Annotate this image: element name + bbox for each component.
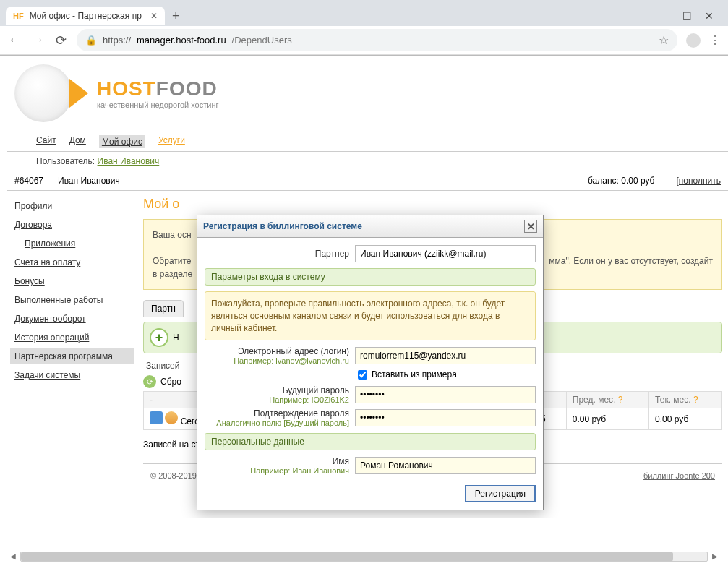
url-host: manager.host-food.ru	[137, 35, 226, 46]
reset-label[interactable]: Сбро	[160, 377, 181, 387]
add-label: Н	[173, 333, 179, 343]
th-prev[interactable]: Пред. мес. ?	[566, 392, 648, 408]
maximize-icon[interactable]: ☐	[682, 10, 692, 22]
account-id: #64067	[14, 176, 58, 186]
scrollbar-thumb[interactable]	[21, 552, 673, 561]
url-input[interactable]: 🔒 https://manager.host-food.ru/DependUse…	[77, 29, 677, 51]
url-scheme: https://	[103, 35, 131, 46]
back-button[interactable]: ←	[7, 33, 22, 48]
sidebar-item-tasks[interactable]: Задачи системы	[10, 367, 134, 383]
submit-button[interactable]: Регистрация	[465, 485, 536, 502]
sidebar-item-docs[interactable]: Документооборот	[10, 311, 134, 327]
horizontal-scrollbar[interactable]: ◀ ▶	[20, 552, 708, 562]
email-label: Электронный адрес (логин)	[238, 346, 349, 356]
email-hint: Например: ivanov@ivanovich.ru	[205, 356, 349, 365]
logo-arrow-icon	[69, 79, 88, 108]
url-path: /DependUsers	[232, 35, 292, 46]
name-hint: Например: Иван Иванович	[205, 466, 349, 475]
insert-example-label: Вставить из примера	[372, 369, 457, 380]
sidebar-item-partner[interactable]: Партнерская программа	[10, 348, 134, 364]
sidebar-item-profiles[interactable]: Профили	[10, 198, 134, 214]
top-nav: Сайт Дом Мой офис Услуги	[7, 135, 728, 152]
topup-link[interactable]: [пополнить	[677, 176, 721, 186]
reset-icon[interactable]: ⟳	[143, 375, 156, 388]
page-header: HOSTFOOD качественный недорогой хостинг	[7, 64, 728, 122]
balance-label: баланс: 0.00 руб	[588, 176, 654, 186]
sidebar-item-invoices[interactable]: Счета на оплату	[10, 254, 134, 270]
info-tail: мма". Если он у вас отсутствует, создайт	[549, 254, 713, 267]
modal-close-button[interactable]: ✕	[524, 220, 537, 233]
forward-button[interactable]: →	[30, 33, 45, 48]
sidebar-item-history[interactable]: История операций	[10, 330, 134, 346]
password2-input[interactable]	[355, 409, 536, 426]
favicon: HF	[13, 12, 24, 20]
user-line: Пользователь: Иван Иванович	[7, 152, 728, 171]
tab-close-icon[interactable]: ✕	[150, 11, 158, 21]
password-label: Будущий пароль	[283, 385, 349, 395]
user-name-link[interactable]: Иван Иванович	[98, 156, 160, 166]
section-personal: Персональные данные	[205, 433, 536, 450]
close-window-icon[interactable]: ✕	[705, 10, 714, 22]
balance-row: #64067 Иван Иванович баланс: 0.00 руб [п…	[7, 171, 728, 191]
row-user-icon	[165, 411, 178, 424]
brand-name: HOSTFOOD	[97, 77, 219, 100]
brand-tagline: качественный недорогой хостинг	[97, 100, 219, 109]
scroll-right-icon[interactable]: ▶	[710, 552, 720, 561]
password-hint: Например: IO0Zi61K2	[205, 395, 349, 404]
nav-office[interactable]: Мой офис	[99, 135, 145, 148]
email-warning: Пожалуйста, проверьте правильность элект…	[205, 291, 536, 340]
sidebar-item-bonuses[interactable]: Бонусы	[10, 273, 134, 289]
name-input[interactable]	[355, 457, 536, 474]
tab-title: Мой офис - Партнерская пр	[30, 11, 142, 21]
page-content: HOSTFOOD качественный недорогой хостинг …	[0, 56, 728, 518]
insert-example-checkbox[interactable]	[358, 370, 367, 380]
star-icon[interactable]: ☆	[659, 33, 669, 47]
name-label: Имя	[333, 456, 349, 466]
add-button[interactable]: +	[150, 328, 168, 347]
sidebar: Профили Договора Приложения Счета на опл…	[7, 191, 137, 493]
partner-label: Партнер	[205, 249, 349, 259]
lock-icon: 🔒	[85, 35, 97, 46]
browser-chrome: HF Мой офис - Партнерская пр ✕ + — ☐ ✕ ←…	[0, 0, 728, 56]
profile-icon[interactable]	[686, 33, 701, 48]
password-input[interactable]	[355, 386, 536, 403]
password2-label: Подтверждение пароля	[254, 408, 349, 419]
tab-partners[interactable]: Партн	[143, 300, 184, 317]
scroll-left-icon[interactable]: ◀	[8, 552, 18, 561]
cell-v3: 0.00 руб	[649, 408, 722, 430]
modal-title-text: Регистрация в биллинговой системе	[203, 221, 362, 231]
registration-modal: Регистрация в биллинговой системе ✕ Парт…	[197, 215, 544, 510]
nav-services[interactable]: Услуги	[158, 135, 185, 148]
menu-icon[interactable]: ⋮	[709, 33, 721, 47]
partner-input[interactable]	[355, 245, 536, 262]
nav-site[interactable]: Сайт	[36, 135, 56, 148]
th-cur[interactable]: Тек. мес. ?	[649, 392, 722, 408]
window-controls: — ☐ ✕	[659, 10, 722, 22]
page-title: Мой о	[143, 197, 722, 212]
nav-home[interactable]: Дом	[69, 135, 86, 148]
info-line-2: Обратите	[153, 256, 192, 266]
tab-bar: HF Мой офис - Партнерская пр ✕ + — ☐ ✕	[0, 0, 728, 26]
email-input[interactable]	[355, 347, 536, 364]
browser-tab[interactable]: HF Мой офис - Партнерская пр ✕	[6, 7, 165, 25]
footer-billing-link[interactable]: биллинг Joonte 200	[643, 471, 715, 480]
section-login-params: Параметры входа в систему	[205, 268, 536, 286]
cell-v2: 0.00 руб	[566, 408, 648, 430]
reload-button[interactable]: ⟳	[53, 33, 68, 48]
sidebar-item-completed[interactable]: Выполненные работы	[10, 292, 134, 308]
logo-plate-icon	[14, 64, 72, 122]
minimize-icon[interactable]: —	[659, 10, 669, 22]
account-user: Иван Иванович	[58, 176, 588, 186]
row-type-icon	[150, 411, 163, 424]
sidebar-item-apps[interactable]: Приложения	[10, 236, 134, 252]
sidebar-item-contracts[interactable]: Договора	[10, 217, 134, 233]
user-label: Пользователь:	[36, 156, 95, 166]
modal-titlebar[interactable]: Регистрация в биллинговой системе ✕	[197, 215, 543, 238]
address-bar: ← → ⟳ 🔒 https://manager.host-food.ru/Dep…	[0, 26, 728, 55]
password2-hint: Аналогично полю [Будущий пароль]	[205, 419, 349, 427]
new-tab-button[interactable]: +	[165, 6, 187, 27]
